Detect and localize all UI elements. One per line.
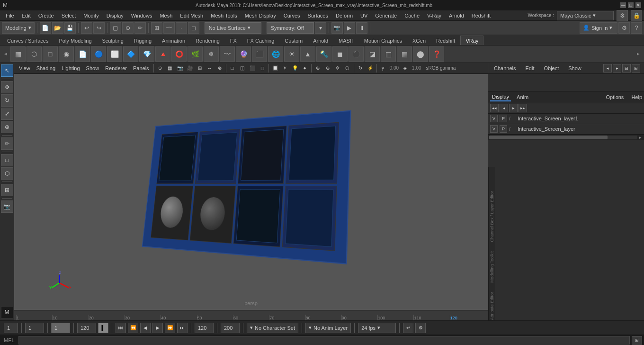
layer-row-2[interactable]: V P / Interactive_Screen_layer [488,124,644,135]
ipr-button[interactable]: ⏸ [356,22,367,34]
vp-icon-16[interactable]: ⊕ [313,64,322,73]
shelf-icon-12[interactable]: 🌿 [188,46,203,62]
shelf-tab-poly-modeling[interactable]: Poly Modeling [54,36,97,45]
layer-playback-2[interactable]: P [500,125,507,133]
select-tool-button[interactable]: ↖ [1,64,13,77]
shelf-icon-26[interactable]: ⬤ [413,46,428,62]
menu-uv[interactable]: UV [357,10,371,21]
frame-end-scroll[interactable]: ▌ [98,323,108,333]
viewport-menu-view[interactable]: View [16,64,33,72]
layer-scrollbar[interactable]: ▸ [488,135,644,140]
shelf-tab-fx-caching[interactable]: FX Caching [242,36,279,45]
snap-point-button[interactable]: · [176,22,187,34]
shelf-icon-24[interactable]: ▥ [381,46,396,62]
play-forward-button[interactable]: ▶ [152,323,163,333]
paint-select-button[interactable]: ✏ [134,22,146,34]
playback-loop-button[interactable]: ↩ [403,323,413,333]
layer-fwd-btn-1[interactable]: ▸ [509,104,518,112]
mode-selector[interactable]: Modeling ▾ [2,22,35,34]
menu-modify[interactable]: Modify [80,10,102,21]
close-button[interactable]: ✕ [635,2,641,8]
viewport-menu-shading[interactable]: Shading [34,64,58,72]
save-button[interactable]: 💾 [64,22,76,34]
vp-gamma-icon[interactable]: γ [378,64,388,73]
menu-redshift[interactable]: Redshift [468,10,494,21]
viewport[interactable]: View Shading Lighting Show Renderer Pane… [14,63,488,310]
layer-back-btn-1[interactable]: ◂◂ [490,104,499,112]
channel-box-tab-channels[interactable]: Channels [492,64,518,72]
shelf-tab-custom[interactable]: Custom [279,36,308,45]
channel-box-tab-object[interactable]: Object [542,64,561,72]
shelf-scroll-left[interactable]: ◂ [2,46,9,62]
vp-icon-3[interactable]: 📷 [175,64,185,73]
character-set-dropdown[interactable]: ▾ No Character Set [247,323,298,333]
lasso-select-button[interactable]: ⊙ [122,22,134,34]
layer-fwd-btn-2[interactable]: ▸▸ [519,104,527,112]
workspace-settings-button[interactable]: ⚙ [617,10,628,21]
shelf-icon-14[interactable]: 〰 [220,46,235,62]
playback-settings-button[interactable]: ⚙ [415,323,426,333]
shelf-tab-redshift[interactable]: Redshift [431,36,460,45]
render-settings-button[interactable]: 📷 [331,22,343,34]
snap-surface-button[interactable]: ◻ [188,22,199,34]
shelf-icon-8[interactable]: 🔷 [123,46,138,62]
camera-button[interactable]: 📷 [1,200,13,213]
shelf-icon-16[interactable]: ⬛ [252,46,267,62]
cb-icon-1[interactable]: ◂ [603,64,612,73]
shelf-icon-11[interactable]: ⭕ [171,46,187,62]
symmetry-label[interactable]: Symmetry: Off [267,22,314,34]
layer-visibility-1[interactable]: V [490,115,498,122]
layer-visibility-2[interactable]: V [490,125,498,133]
shelf-icon-20[interactable]: 🔦 [316,46,331,62]
viewport-menu-panels[interactable]: Panels [130,64,152,72]
shelf-icon-22[interactable]: ⚫ [349,46,364,62]
cb-icon-4[interactable]: ⊞ [632,64,640,73]
shelf-tab-fx[interactable]: FX [225,36,242,45]
redo-button[interactable]: ↪ [93,22,105,34]
vp-icon-15[interactable]: ● [300,64,310,73]
vp-icon-13[interactable]: ☀ [280,64,290,73]
menu-curves[interactable]: Curves [280,10,304,21]
shelf-icon-4[interactable]: ◉ [59,46,74,62]
shelf-icon-27[interactable]: ❓ [429,46,444,62]
shelf-icon-3[interactable]: □ [43,46,58,62]
range-end-field[interactable]: 200 [221,323,240,333]
menu-arnold[interactable]: Arnold [445,10,468,21]
vp-icon-1[interactable]: ⊙ [155,64,165,73]
menu-mesh[interactable]: Mesh [156,10,176,21]
cb-icon-3[interactable]: ⊟ [622,64,631,73]
cb-icon-2[interactable]: ▸ [613,64,621,73]
component-select-button[interactable]: □ [1,154,13,166]
shelf-icon-1[interactable]: ▦ [10,46,26,62]
shelf-icon-2[interactable]: ⬡ [27,46,42,62]
select-mode-button[interactable]: ▢ [110,22,121,34]
shelf-icon-10[interactable]: 🔺 [155,46,170,62]
fps-dropdown[interactable]: 24 fps ▾ [358,323,396,333]
menu-cache[interactable]: Cache [401,10,423,21]
current-frame-field[interactable]: 1 [4,323,18,333]
menu-surfaces[interactable]: Surfaces [304,10,332,21]
shelf-tab-motion-graphics[interactable]: Motion Graphics [359,36,407,45]
shelf-icon-7[interactable]: ⬜ [107,46,122,62]
vp-icon-9[interactable]: ◫ [238,64,247,73]
shelf-icon-15[interactable]: 🔮 [236,46,251,62]
shelf-icon-13[interactable]: ❄ [204,46,219,62]
vp-icon-4[interactable]: 🎥 [185,64,195,73]
menu-select[interactable]: Select [58,10,80,21]
help-button[interactable]: ? [631,22,642,34]
vp-icon-8[interactable]: □ [228,64,237,73]
menu-mesh-tools[interactable]: Mesh Tools [207,10,241,21]
menu-windows[interactable]: Windows [127,10,156,21]
command-input[interactable] [18,336,630,345]
shelf-tab-vray[interactable]: VRay [460,36,483,45]
shelf-icon-19[interactable]: ▲ [300,46,315,62]
shelf-icon-18[interactable]: ☀ [284,46,299,62]
step-back-button[interactable]: ⏪ [128,323,138,333]
render-button[interactable]: ▶ [344,22,355,34]
vp-icon-17[interactable]: ⊖ [323,64,332,73]
shelf-scroll-right[interactable]: ▸ [635,46,642,62]
shelf-icon-17[interactable]: 🌐 [268,46,283,62]
shelf-tab-arnold[interactable]: Arnold [308,36,333,45]
layer-tab-display[interactable]: Display [490,93,511,101]
channel-box-tab-edit[interactable]: Edit [523,64,536,72]
